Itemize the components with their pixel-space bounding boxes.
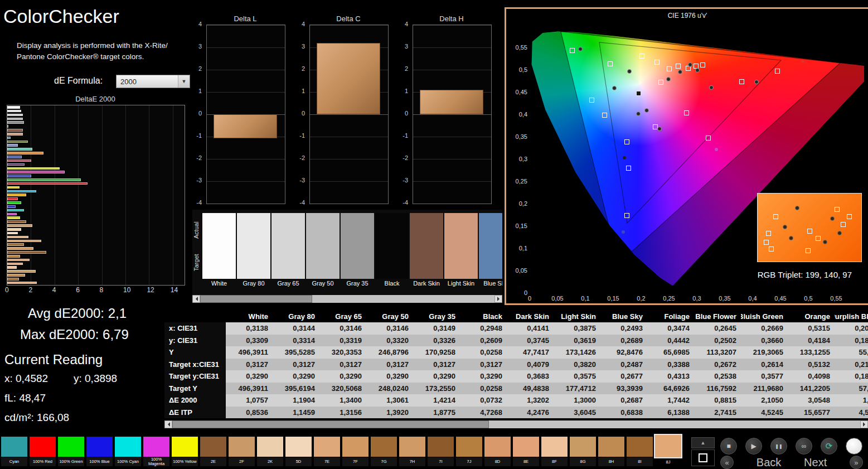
swatch-label: Gray 35 [341,280,374,287]
scroll-left-button[interactable] [164,420,172,428]
pause-button[interactable]: ❚❚ [770,438,787,455]
scrollbar-thumb[interactable] [200,295,312,303]
scrollbar-thumb[interactable] [172,420,489,428]
deltae-bar-row [7,273,185,277]
y-tick-label: 1 [293,88,305,94]
patch-7f[interactable]: 7F [342,437,368,467]
table-cell: 4,5245 [741,407,788,419]
patch-8h[interactable]: 8H [598,437,624,467]
back-chevron-button[interactable]: « [720,456,734,469]
x-tick-label: 14 [171,286,178,294]
patch-100-cyan[interactable]: 100% Cyan [115,437,141,467]
patch-8d[interactable]: 8D [484,437,511,467]
patch-2k[interactable]: 2K [257,437,283,467]
table-cell: 1,3000 [554,394,600,407]
table-cell: 496,3911 [226,383,273,395]
table-cell: 0,3474 [647,322,694,335]
table-cell: 0,3290 [319,370,366,383]
patch-7i[interactable]: 7I [428,437,454,467]
deltae-bar [7,266,17,269]
swatch-label: Gray 50 [306,280,340,287]
back-button[interactable]: Back [757,456,781,469]
next-chevron-button[interactable]: » [850,456,863,469]
table-column-header: Blue Sky [600,310,647,322]
scroll-right-button[interactable] [860,420,868,428]
patch-100-red[interactable]: 100% Red [30,437,56,467]
table-header-row: WhiteGray 80Gray 65Gray 50Gray 35BlackDa… [164,310,868,322]
point-marker [801,60,804,63]
patch-7j[interactable]: 7J [456,437,482,467]
patch-8g[interactable]: 8G [570,437,596,467]
patch-100-yellow[interactable]: 100% Yellow [172,437,198,467]
deltae-bar [7,213,17,216]
table-row-label: ΔE 2000 [164,394,226,407]
target-marker [639,54,644,59]
page-title: ColorChecker [3,6,119,27]
deltae-bar-row [7,140,185,144]
loop-button[interactable]: ∞ [796,438,812,455]
de-formula-dropdown[interactable]: 2000 ▼ [116,75,190,88]
patch-cyan[interactable]: Cyan [1,437,27,467]
swatch-label: Dark Skin [410,280,443,287]
patch-8e[interactable]: 8E [513,437,539,467]
patch-7e[interactable]: 7E [314,437,340,467]
table-cell: 0,3577 [741,370,788,383]
table-cell: 496,3911 [226,346,273,359]
scroll-right-button[interactable] [494,295,502,303]
table-scrollbar[interactable] [164,420,868,428]
inset-target-marker [764,240,769,245]
patch-7g[interactable]: 7G [371,437,397,467]
table-cell: 1,1459 [273,407,319,419]
table-cell: 1,3202 [507,394,554,407]
table-cell: 0,3127 [413,359,460,371]
display-mode-button[interactable] [691,449,715,466]
deltae-bar [7,186,20,189]
patch-color [371,437,397,457]
patch-color [627,437,653,457]
y-tick-label: 3 [190,43,202,50]
scrollbar-track[interactable] [200,295,494,303]
cie-y-tick-label: 0,25 [506,178,527,185]
play-button[interactable]: ▶ [745,438,762,455]
y-tick-label: -1 [190,132,202,139]
patch-scroll-up-button[interactable]: ▲ [691,437,715,448]
patch-8f[interactable]: 8F [541,437,568,467]
patch-2e[interactable]: 2E [200,437,226,467]
table-cell: 395,5285 [273,346,319,359]
patch-7h[interactable]: 7H [399,437,425,467]
cie-diagram-panel: CIE 1976 u'v' RGB Triplet: 199, 140, 97 … [505,7,868,305]
patch-100-magenta[interactable]: 100% Magenta [143,437,169,467]
patch-100-green[interactable]: 100% Green [58,437,84,467]
swatch-scrollbar[interactable] [192,295,502,303]
y-tick-label: -4 [190,199,202,206]
scroll-left-button[interactable] [192,295,200,303]
patch-5d[interactable]: 5D [285,437,312,467]
table-cell: 320,5068 [319,383,366,395]
right-arrow-icon [863,422,867,427]
refresh-button[interactable]: ⟳ [821,438,837,455]
table-cell: 0,1886 [835,370,868,383]
deltae-bar-row [7,132,185,136]
delta-c-plot [309,25,389,204]
stop-button[interactable]: ■ [720,438,737,455]
patch-label: 100% Red [30,457,56,466]
patch-label: Cyan [1,457,27,466]
patch-2f[interactable]: 2F [229,437,255,467]
table-cell: 2,1050 [741,394,788,407]
scrollbar-track[interactable] [172,420,860,428]
deltae-chart-title: DeltaE 2000 [7,95,184,103]
table-cell: 0,2093 [835,322,868,335]
deltae-bar-row [7,220,185,224]
deltae-bar [7,220,26,223]
patch-label: 7H [399,457,425,466]
y-tick-label: 2 [190,65,202,72]
status-button[interactable] [846,438,862,455]
patch-8j[interactable]: 8J [655,437,681,467]
next-button[interactable]: Next [804,456,827,469]
patch-100-blue[interactable]: 100% Blue [86,437,113,467]
patch-8i[interactable]: 8I [627,437,653,467]
target-marker [624,213,629,218]
inset-target-marker [835,207,840,212]
y-tick-label: 4 [293,21,305,27]
description-line1: Display analysis is performed with the X… [17,41,168,50]
